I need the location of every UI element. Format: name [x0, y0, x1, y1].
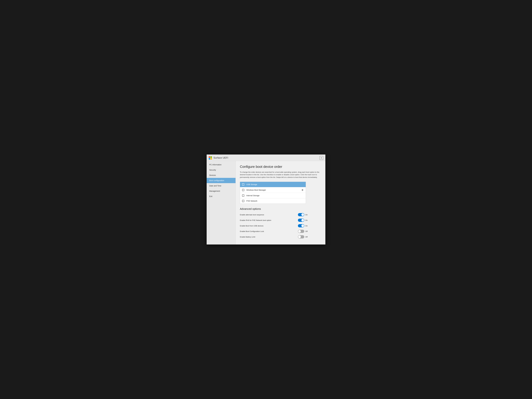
toggle-label-boot-config-lock: Enable Boot Configuration Lock — [240, 230, 298, 232]
toggle-state-alternate-boot-sequence: On — [305, 214, 309, 216]
toggle-battery-limit[interactable] — [298, 235, 304, 238]
toggle-row-alternate-boot-sequence: Enable alternate boot sequence On — [240, 213, 309, 216]
sidebar: PC information Security Devices Boot con… — [207, 161, 236, 245]
title-bar-left: Surface UEFI — [209, 156, 228, 159]
toggle-knob-alternate-boot-sequence — [301, 213, 304, 216]
boot-item-internal-storage[interactable]: Internal Storage — [240, 193, 306, 198]
boot-checkbox-pxe-network[interactable] — [242, 200, 244, 202]
microsoft-logo — [209, 156, 212, 159]
main-layout: PC information Security Devices Boot con… — [207, 161, 325, 245]
boot-checkbox-windows-boot-manager[interactable] — [242, 189, 244, 191]
trash-icon-windows-boot-manager[interactable]: 🗑 — [302, 189, 304, 191]
toggle-row-ipv6-pxe: Enable IPv6 for PXE Network boot option … — [240, 219, 309, 222]
boot-item-label-windows-boot-manager: Windows Boot Manager — [246, 189, 302, 191]
boot-item-pxe-network[interactable]: PXE Network — [240, 198, 306, 204]
toggle-label-boot-from-usb: Enable Boot from USB devices — [240, 225, 298, 227]
toggle-container-battery-limit: Off — [298, 235, 309, 238]
boot-item-usb-storage[interactable]: USB Storage — [240, 182, 306, 187]
advanced-options-title: Advanced options — [240, 207, 321, 210]
close-button[interactable]: ✕ — [320, 156, 323, 160]
logo-red — [209, 156, 210, 158]
app-title: Surface UEFI — [214, 157, 228, 159]
toggle-row-boot-from-usb: Enable Boot from USB devices On — [240, 224, 309, 227]
boot-item-windows-boot-manager[interactable]: Windows Boot Manager 🗑 — [240, 187, 306, 193]
boot-item-label-pxe-network: PXE Network — [246, 200, 304, 202]
boot-item-label-usb-storage: USB Storage — [246, 184, 304, 185]
sidebar-item-pc-information[interactable]: PC information — [207, 162, 235, 167]
sidebar-item-devices[interactable]: Devices — [207, 173, 235, 178]
toggle-label-alternate-boot-sequence: Enable alternate boot sequence — [240, 214, 298, 216]
toggle-container-ipv6-pxe: On — [298, 219, 309, 222]
content-area: Configure boot device order To change th… — [236, 161, 325, 245]
toggle-ipv6-pxe[interactable] — [298, 219, 304, 222]
sidebar-item-management[interactable]: Management — [207, 188, 235, 194]
toggle-state-boot-config-lock: Off — [305, 230, 309, 232]
page-description: To change the order devices are searched… — [240, 171, 321, 179]
toggle-container-alternate-boot-sequence: On — [298, 213, 309, 216]
title-bar: Surface UEFI ✕ — [207, 154, 325, 161]
sidebar-item-security[interactable]: Security — [207, 167, 235, 173]
toggle-knob-ipv6-pxe — [301, 219, 304, 222]
boot-checkbox-internal-storage[interactable] — [242, 195, 244, 196]
logo-blue — [209, 158, 210, 159]
sidebar-item-exit[interactable]: Exit — [207, 194, 235, 199]
sidebar-item-boot-configuration[interactable]: Boot configuration — [207, 178, 235, 183]
toggle-alternate-boot-sequence[interactable] — [298, 213, 304, 216]
toggle-knob-boot-from-usb — [301, 224, 304, 227]
toggle-knob-battery-limit — [298, 235, 301, 238]
boot-device-list: USB Storage Windows Boot Manager 🗑 Inter… — [240, 182, 306, 204]
toggle-row-boot-config-lock: Enable Boot Configuration Lock Off — [240, 230, 309, 233]
boot-checkbox-usb-storage[interactable] — [242, 184, 244, 185]
toggle-boot-config-lock[interactable] — [298, 230, 304, 233]
toggle-state-battery-limit: Off — [305, 236, 309, 238]
sidebar-item-date-and-time[interactable]: Date and Time — [207, 183, 235, 188]
toggle-state-boot-from-usb: On — [305, 225, 309, 227]
toggle-boot-from-usb[interactable] — [298, 224, 304, 227]
logo-yellow — [210, 158, 212, 159]
boot-item-label-internal-storage: Internal Storage — [246, 195, 304, 196]
toggle-row-battery-limit: Enable Battery Limit Off — [240, 235, 309, 238]
toggle-state-ipv6-pxe: On — [305, 219, 309, 221]
toggle-label-ipv6-pxe: Enable IPv6 for PXE Network boot option — [240, 219, 298, 221]
logo-green — [210, 156, 212, 158]
toggle-label-battery-limit: Enable Battery Limit — [240, 236, 298, 238]
toggle-container-boot-from-usb: On — [298, 224, 309, 227]
toggle-container-boot-config-lock: Off — [298, 230, 309, 233]
surface-uefi-window: Surface UEFI ✕ PC information Security D… — [207, 154, 325, 245]
toggle-knob-boot-config-lock — [298, 230, 301, 233]
page-title: Configure boot device order — [240, 165, 321, 169]
